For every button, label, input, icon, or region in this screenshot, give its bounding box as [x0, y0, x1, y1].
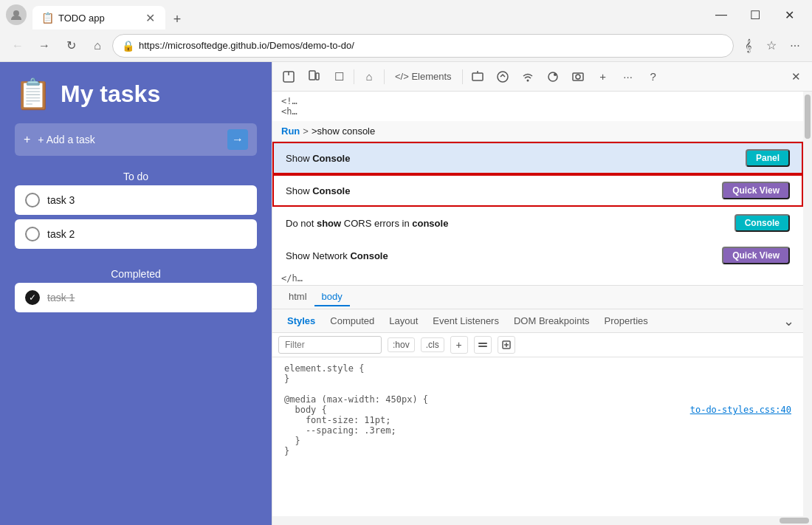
svg-rect-13 — [478, 343, 487, 344]
devtools-toolbar: ☐ ⌂ </> Elements — [272, 62, 812, 92]
list-item[interactable]: task 1 — [15, 283, 257, 312]
tab-close-button[interactable]: ✕ — [143, 11, 156, 24]
close-button[interactable]: ✕ — [772, 3, 806, 27]
add-task-bar[interactable]: + + Add a task → — [15, 123, 257, 156]
styles-tab-properties[interactable]: Properties — [599, 312, 654, 329]
styles-tabs-more-button[interactable]: ⌄ — [783, 313, 794, 329]
tab-todo-app[interactable]: 📋 TODO app ✕ — [32, 6, 165, 30]
command-palette: <!… <h… Run > >show console S — [272, 92, 803, 286]
command-result-show-console-panel[interactable]: Show Console Panel — [272, 142, 803, 174]
devtools-wifi-button[interactable] — [516, 65, 540, 89]
read-aloud-button[interactable]: 𝄞 — [737, 35, 759, 57]
style-line-body: body { to-do-styles.css:40 — [284, 405, 791, 415]
new-style-rule-button[interactable] — [498, 336, 515, 354]
svg-point-0 — [13, 10, 19, 16]
result-text-console: Console — [312, 153, 350, 164]
task-checkbox-checked[interactable] — [25, 290, 40, 305]
styles-tab-layout[interactable]: Layout — [383, 312, 424, 329]
css-file-link[interactable]: to-do-styles.css:40 — [690, 405, 791, 415]
styles-tab-computed[interactable]: Computed — [324, 312, 380, 329]
devtools-console-button[interactable]: ☐ — [327, 65, 351, 89]
add-task-input[interactable]: + Add a task — [38, 134, 220, 145]
devtools-performance-button[interactable] — [491, 65, 515, 89]
todo-app: 📋 My tasks + + Add a task → To do task 3… — [0, 62, 272, 525]
tab-bar: 📋 TODO app ✕ + — [32, 0, 701, 30]
command-result-label3: Do not show CORS errors in console — [286, 218, 727, 229]
devtools-panel: ☐ ⌂ </> Elements — [272, 62, 812, 525]
command-badge-panel[interactable]: Panel — [746, 149, 790, 167]
navigation-bar: ← → ↻ ⌂ 🔒 https://microsoftedge.github.i… — [0, 30, 812, 62]
result2-text-show: Show — [286, 185, 312, 196]
list-item[interactable]: task 2 — [15, 219, 257, 249]
devtools-help-button[interactable]: ? — [641, 65, 665, 89]
forward-button[interactable]: → — [32, 34, 56, 58]
tab-body[interactable]: body — [314, 288, 350, 306]
back-button[interactable]: ← — [6, 34, 30, 58]
command-result-cors[interactable]: Do not show CORS errors in console Conso… — [272, 207, 803, 239]
add-task-submit[interactable]: → — [227, 129, 248, 150]
svg-point-12 — [576, 75, 580, 79]
todo-section-todo: To do task 3 task 2 — [15, 168, 257, 253]
command-result-network-console[interactable]: Show Network Console Quick View — [272, 239, 803, 272]
favorites-button[interactable]: ☆ — [760, 35, 782, 57]
devtools-home-button[interactable]: ⌂ — [357, 65, 381, 89]
command-input-row: Run > >show console — [272, 121, 803, 142]
svg-rect-5 — [472, 73, 483, 80]
bottom-scrollbar-thumb[interactable] — [780, 518, 809, 524]
devtools-main: <!… <h… Run > >show console S — [272, 92, 812, 516]
command-input-text[interactable]: >show console — [312, 126, 794, 137]
result2-text-console: Console — [312, 185, 350, 196]
devtools-device-button[interactable] — [302, 65, 326, 89]
styles-tab-event-listeners[interactable]: Event Listeners — [427, 312, 505, 329]
add-plus-icon: + — [24, 133, 30, 146]
maximize-button[interactable]: ☐ — [738, 3, 772, 27]
more-button[interactable]: ··· — [784, 35, 806, 57]
minimize-button[interactable]: — — [704, 3, 738, 27]
list-item[interactable]: task 3 — [15, 185, 257, 215]
styles-tab-dom-breakpoints[interactable]: DOM Breakpoints — [508, 312, 596, 329]
devtools-overflow-button[interactable]: ··· — [616, 65, 640, 89]
command-badge-console[interactable]: Console — [734, 214, 790, 232]
command-result-label2: Show Console — [286, 185, 715, 196]
toggle-style-button[interactable] — [474, 336, 492, 354]
svg-point-7 — [498, 72, 508, 82]
command-badge-quick-view2[interactable]: Quick View — [722, 247, 790, 264]
nav-extras: 𝄞 ☆ ··· — [737, 35, 806, 57]
devtools-scrollbar[interactable] — [803, 92, 812, 516]
style-line: --spacing: .3rem; — [284, 425, 791, 436]
home-button[interactable]: ⌂ — [86, 34, 109, 58]
pseudo-hov-button[interactable]: :hov — [388, 337, 415, 352]
profile-icon[interactable] — [6, 4, 27, 25]
browser-window: 📋 TODO app ✕ + — ☐ ✕ ← → ↻ ⌂ 🔒 https://m… — [0, 0, 812, 525]
devtools-screenshot-button[interactable] — [566, 65, 590, 89]
add-style-rule-button[interactable]: + — [450, 336, 468, 354]
styles-tab-styles[interactable]: Styles — [281, 312, 321, 329]
devtools-close-button[interactable]: ✕ — [784, 65, 808, 89]
styles-filter-row: :hov .cls + — [272, 333, 803, 357]
new-tab-button[interactable]: + — [167, 9, 187, 30]
tab-elements[interactable]: </> Elements — [388, 68, 459, 85]
devtools-inspect-button[interactable] — [277, 65, 300, 89]
command-result-show-console-quick[interactable]: Show Console Quick View — [272, 174, 803, 207]
toolbar-divider2 — [384, 69, 385, 84]
command-badge-quick-view[interactable]: Quick View — [722, 182, 790, 199]
panel-tabs: html body — [272, 286, 803, 309]
url-text: https://microsoftedge.github.io/Demos/de… — [139, 40, 724, 51]
devtools-paint-button[interactable] — [541, 65, 565, 89]
devtools-network-button[interactable] — [466, 65, 489, 89]
task-text: task 2 — [47, 228, 75, 240]
task-checkbox[interactable] — [25, 227, 40, 241]
styles-filter-input[interactable] — [278, 336, 382, 354]
cls-button[interactable]: .cls — [421, 337, 444, 352]
reload-button[interactable]: ↻ — [59, 34, 83, 58]
scrollbar-thumb[interactable] — [805, 95, 811, 139]
bottom-scrollbar[interactable] — [272, 516, 812, 525]
devtools-add-button[interactable]: + — [591, 65, 615, 89]
task-checkbox[interactable] — [25, 193, 40, 207]
style-line: element.style { — [284, 363, 791, 374]
svg-point-8 — [526, 79, 529, 81]
todo-app-icon: 📋 — [15, 77, 52, 111]
tab-html[interactable]: html — [281, 288, 314, 306]
content-area: 📋 My tasks + + Add a task → To do task 3… — [0, 62, 812, 525]
address-bar[interactable]: 🔒 https://microsoftedge.github.io/Demos/… — [112, 34, 734, 58]
